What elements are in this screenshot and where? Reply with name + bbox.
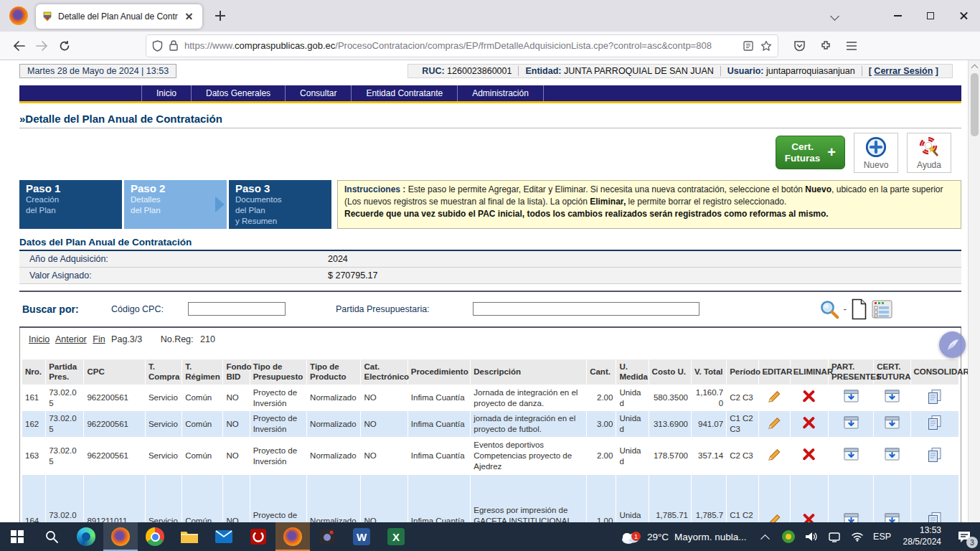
menu-hamburger-icon[interactable] [846, 41, 857, 51]
cell-costo-u: 1,785.7100 [649, 475, 691, 522]
consolidar-button[interactable] [911, 411, 959, 437]
window-maximize-button[interactable] [914, 0, 947, 32]
list-tabs-chevron-icon[interactable] [825, 5, 847, 27]
cell-tipo-producto: Normalizado [307, 475, 360, 522]
edit-button[interactable] [759, 475, 789, 522]
column-header: Nro. [22, 359, 45, 385]
scrollbar-thumb[interactable] [971, 73, 979, 136]
weather-widget[interactable]: 1 29°C Mayorm. nubla... [613, 529, 754, 545]
nav-item-datos-generales[interactable]: Datos Generales [192, 85, 286, 101]
language-indicator[interactable]: ESP [869, 522, 896, 551]
page-scrollbar[interactable] [968, 60, 980, 522]
delete-button[interactable] [791, 385, 828, 411]
logout-link[interactable]: Cerrar Sesión [874, 66, 933, 76]
search-icon[interactable] [819, 298, 840, 320]
pagination-fin-link[interactable]: Fin [93, 334, 105, 344]
clock[interactable]: 13:53 28/5/2024 [896, 525, 948, 547]
nav-item-administración[interactable]: Administración [458, 85, 544, 101]
forward-button[interactable] [30, 34, 53, 57]
taskbar-search-icon[interactable] [34, 522, 69, 551]
cell-v-total: 941.07 [692, 411, 726, 437]
mail-outlook-icon[interactable] [207, 522, 241, 551]
pocket-save-icon[interactable] [793, 40, 806, 52]
capture-app-icon[interactable] [310, 522, 344, 551]
edit-button[interactable] [759, 438, 789, 474]
edit-button[interactable] [759, 411, 789, 437]
cell-cant: 2.00 [587, 385, 616, 411]
antivirus-tray-icon[interactable] [777, 522, 800, 551]
scroll-up-arrow-icon[interactable] [969, 60, 980, 72]
part-presentes-button[interactable] [829, 385, 873, 411]
cell-tipo-presupuesto: Proyecto de Inversión [250, 411, 306, 437]
address-bar[interactable]: https://www.compraspublicas.gob.ec/Proce… [146, 35, 778, 57]
nav-item-consultar[interactable]: Consultar [286, 85, 352, 101]
nav-item-inicio[interactable]: Inicio [141, 85, 192, 101]
instructions-box: Instrucciones : Este paso le permite Agr… [337, 180, 961, 229]
firefox-taskbar-icon[interactable] [103, 522, 138, 551]
part-presentes-button[interactable] [829, 438, 873, 474]
bookmark-star-icon[interactable] [760, 40, 772, 52]
wifi-icon[interactable] [846, 522, 869, 551]
cert-futuras-button[interactable]: Cert.Futuras + [776, 136, 845, 169]
extensions-icon[interactable] [820, 40, 831, 52]
consolidar-button[interactable] [911, 385, 959, 411]
acrobat-icon[interactable] [241, 522, 275, 551]
column-header: ELIMINAR [791, 359, 828, 385]
table-row: 16273.02.05962200561ServicioComúnNOProye… [22, 411, 958, 437]
partida-input[interactable] [473, 302, 699, 316]
cpc-label: Código CPC: [111, 304, 164, 314]
list-form-icon[interactable] [872, 300, 892, 319]
excel-icon[interactable]: X [379, 522, 413, 551]
tracking-shield-icon[interactable] [152, 40, 163, 52]
url-text[interactable]: https://www.compraspublicas.gob.ec/Proce… [184, 40, 743, 51]
delete-button[interactable] [791, 438, 828, 474]
page-content: Martes 28 de Mayo de 2024 | 13:53 RUC: 1… [0, 60, 968, 522]
edit-button[interactable] [759, 385, 789, 411]
cert-futura-button[interactable] [874, 438, 910, 474]
cast-screen-icon[interactable] [823, 522, 846, 551]
cell-tipo-presupuesto: Proyecto de Inversión [250, 385, 306, 411]
lock-icon[interactable] [169, 40, 178, 51]
firefox-active-icon[interactable] [275, 522, 310, 551]
nav-item-entidad-contratante[interactable]: Entidad Contratante [352, 85, 458, 101]
notification-center[interactable]: 3 [948, 522, 980, 551]
cert-futura-button[interactable] [874, 385, 910, 411]
blank-document-icon[interactable] [850, 298, 868, 320]
back-button[interactable] [7, 34, 30, 57]
ayuda-button[interactable]: Ayuda [907, 133, 951, 173]
chrome-icon[interactable] [138, 522, 172, 551]
tray-chevron-icon[interactable] [754, 522, 777, 551]
session-strip: Martes 28 de Mayo de 2024 | 13:53 RUC: 1… [19, 64, 961, 78]
tab-close-icon[interactable] [182, 9, 197, 24]
step-2-active[interactable]: Paso 2 Detallesdel Plan [124, 180, 227, 229]
new-tab-button[interactable] [211, 6, 230, 25]
pagination-inicio-link[interactable]: Inicio [29, 334, 50, 344]
window-minimize-button[interactable] [881, 0, 914, 32]
part-presentes-button[interactable] [829, 411, 873, 437]
firefox-logo-icon[interactable] [9, 6, 28, 25]
reader-view-icon[interactable] [743, 41, 753, 51]
delete-button[interactable] [791, 475, 828, 522]
pagination: Inicio Anterior Fin Pag.3/3 No.Reg: 210 [22, 328, 959, 359]
cpc-input[interactable] [188, 302, 286, 316]
consolidar-button[interactable] [911, 438, 959, 474]
file-explorer-icon[interactable] [172, 522, 207, 551]
word-icon[interactable]: W [344, 522, 379, 551]
part-presentes-button[interactable] [829, 475, 873, 522]
cell-cpc: 962200561 [84, 438, 144, 474]
nuevo-button[interactable]: Nuevo [854, 133, 898, 173]
cert-futura-button[interactable] [874, 411, 910, 437]
edge-icon[interactable] [69, 522, 103, 551]
pagination-anterior-link[interactable]: Anterior [55, 334, 87, 344]
window-close-button[interactable] [947, 0, 980, 32]
cert-futura-button[interactable] [874, 475, 910, 522]
consolidar-button[interactable] [911, 475, 959, 522]
step-1[interactable]: Paso 1 Creacióndel Plan [19, 180, 122, 229]
start-button[interactable] [0, 522, 34, 551]
volume-icon[interactable] [800, 522, 823, 551]
floating-capture-widget[interactable] [939, 331, 966, 358]
browser-tab[interactable]: Detalle del Plan Anual de Contr [36, 4, 202, 29]
step-3[interactable]: Paso 3 Documentosdel Plany Resumen [229, 180, 331, 229]
reload-button[interactable] [53, 34, 76, 57]
delete-button[interactable] [791, 411, 828, 437]
